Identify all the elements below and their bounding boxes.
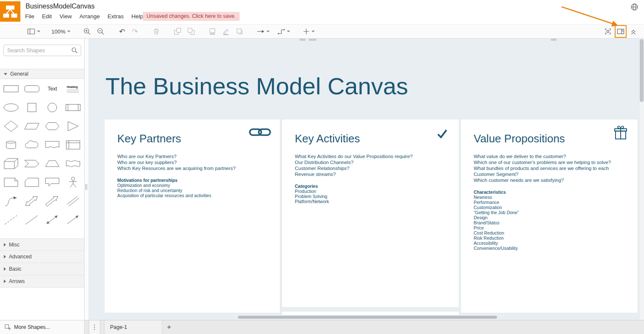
zoom-out-button[interactable] [96, 26, 105, 37]
shape-step[interactable] [22, 154, 42, 173]
chevron-right-icon [4, 280, 6, 283]
drawing-canvas[interactable]: The Business Model Canvas Key Partners W… [88, 39, 644, 320]
horizontal-scrollbar-thumb[interactable] [238, 316, 497, 319]
shape-bidirectional-arrow[interactable] [22, 192, 42, 210]
delete-button[interactable] [152, 26, 161, 37]
shape-text[interactable]: Text [42, 79, 63, 98]
menu-edit[interactable]: Edit [42, 13, 52, 20]
shape-tape[interactable] [63, 154, 84, 173]
chevron-right-icon [4, 267, 6, 271]
menu-file[interactable]: File [25, 13, 34, 20]
section-general[interactable]: General [0, 69, 84, 79]
view-panels-button[interactable] [26, 26, 41, 37]
menu-bar: File Edit View Arrange Extras Help [25, 13, 143, 20]
shape-arrow[interactable] [42, 192, 63, 210]
zoom-out-icon [97, 28, 105, 35]
vertical-scrollbar-thumb[interactable] [640, 39, 644, 102]
insert-button[interactable] [302, 26, 316, 37]
section-basic[interactable]: Basic [0, 263, 84, 275]
shape-heading[interactable]: Heading [63, 79, 84, 98]
fullscreen-icon [604, 28, 612, 35]
document-title[interactable]: BusinessModelCanvas [25, 3, 95, 10]
shape-rectangle[interactable] [1, 79, 22, 98]
shadow-button[interactable] [235, 26, 244, 37]
shape-square[interactable] [22, 98, 42, 117]
shape-note[interactable] [1, 173, 22, 192]
shape-bidirectional-connector[interactable] [42, 210, 63, 229]
shape-hexagon[interactable] [42, 117, 63, 136]
section-advanced[interactable]: Advanced [0, 251, 84, 263]
connection-arrow-icon [257, 28, 265, 35]
add-page-button[interactable]: + [162, 320, 176, 334]
check-icon [437, 129, 448, 139]
shape-card[interactable] [22, 173, 42, 192]
line-color-icon [222, 28, 230, 35]
fill-color-button[interactable] [208, 26, 217, 37]
section-arrows[interactable]: Arrows [0, 275, 84, 288]
menu-help[interactable]: Help [131, 13, 143, 20]
line-color-button[interactable] [221, 26, 231, 37]
bmc-canvas-title[interactable]: The Business Model Canvas [105, 74, 408, 99]
shape-directional-connector[interactable] [63, 210, 84, 229]
zoom-in-icon [83, 28, 91, 35]
shape-circle[interactable] [42, 98, 63, 117]
format-panel-toggle[interactable] [616, 26, 625, 37]
link-icon [249, 127, 271, 137]
undo-button[interactable]: ↶ [118, 26, 126, 37]
add-shapes-icon [5, 324, 11, 331]
shape-document[interactable] [42, 136, 63, 154]
shape-cloud[interactable] [22, 136, 42, 154]
sidebar-splitter[interactable] [85, 39, 88, 320]
shape-parallelogram[interactable] [22, 117, 42, 136]
shape-line[interactable] [22, 210, 42, 229]
zoom-select[interactable]: 100% [51, 26, 71, 37]
panel-title: Key Partners [117, 132, 181, 145]
panel-key-resources-sliver[interactable] [282, 311, 459, 315]
menu-view[interactable]: View [59, 13, 72, 20]
pages-menu-button[interactable]: ⋮ [89, 320, 100, 334]
shape-dashed-line[interactable] [1, 210, 22, 229]
format-panel-icon [617, 28, 624, 35]
section-label: Basic [9, 266, 21, 272]
fill-color-icon [209, 28, 216, 35]
shape-diamond[interactable] [1, 117, 22, 136]
menu-extras[interactable]: Extras [107, 13, 124, 20]
splitter-grip-icon [85, 184, 87, 190]
panel-value-propositions[interactable]: Value Propositions What value do we deli… [460, 119, 638, 313]
shape-process[interactable] [63, 98, 84, 117]
shape-callout[interactable] [42, 173, 63, 192]
panel-key-partners[interactable]: Key Partners Who are our Key Partners? W… [104, 119, 280, 313]
shape-actor[interactable] [63, 173, 84, 192]
to-front-button[interactable] [173, 26, 182, 37]
shape-cylinder[interactable] [1, 136, 22, 154]
page-tab-page-1[interactable]: Page-1 [104, 320, 162, 334]
shape-curve[interactable] [1, 192, 22, 210]
plus-icon [303, 28, 310, 35]
redo-button[interactable]: ↷ [131, 26, 139, 37]
shapes-search-input[interactable] [7, 47, 71, 54]
zoom-level: 100% [51, 28, 65, 35]
to-back-button[interactable] [186, 26, 196, 37]
unsaved-changes-badge[interactable]: Unsaved changes. Click here to save. [143, 12, 240, 21]
shape-trapezoid[interactable] [42, 154, 63, 173]
menu-arrange[interactable]: Arrange [79, 13, 100, 20]
diagram-view-icon [27, 28, 35, 35]
to-front-icon [174, 28, 181, 35]
zoom-in-button[interactable] [82, 26, 92, 37]
shape-link[interactable] [63, 192, 84, 210]
shape-cube[interactable] [1, 154, 22, 173]
panel-key-activities[interactable]: Key Activities What Key Activities do ou… [282, 119, 459, 308]
page-tab-label: Page-1 [110, 324, 127, 330]
more-shapes-button[interactable]: More Shapes... [0, 320, 85, 334]
waypoints-button[interactable] [277, 26, 291, 37]
shape-ellipse[interactable] [1, 98, 22, 117]
shape-triangle[interactable] [63, 117, 84, 136]
connection-style-button[interactable] [256, 26, 271, 37]
collapse-toolbar-button[interactable] [629, 26, 638, 37]
section-misc[interactable]: Misc [0, 238, 84, 251]
language-globe-icon[interactable] [630, 3, 638, 11]
shape-internal-storage[interactable] [63, 136, 84, 154]
shape-rounded-rectangle[interactable] [22, 79, 42, 98]
double-chevron-up-icon [630, 28, 637, 35]
fit-page-button[interactable] [603, 26, 613, 37]
